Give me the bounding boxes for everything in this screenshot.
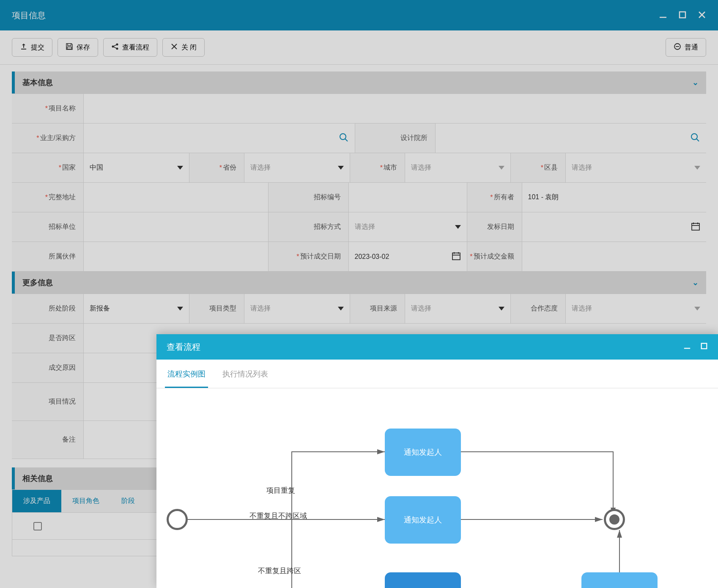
- placeholder-district: 请选择: [572, 163, 592, 172]
- checkbox-all[interactable]: [12, 522, 63, 530]
- status-button[interactable]: 普通: [666, 38, 706, 57]
- node-notify-3[interactable]: 通知发起人: [581, 572, 658, 588]
- svg-point-15: [691, 134, 697, 140]
- chevron-down-icon: ⌄: [692, 278, 699, 287]
- value-phase: 新报备: [90, 304, 110, 313]
- caret-down-icon: [177, 166, 183, 170]
- placeholder-bid-method: 请选择: [355, 223, 375, 231]
- edge-label-duplicate: 项目重复: [266, 486, 295, 495]
- field-bid-method[interactable]: 请选择: [349, 212, 467, 242]
- caret-down-icon: [499, 166, 504, 170]
- label-partner: 所属伙伴: [12, 242, 84, 271]
- svg-point-4: [112, 46, 114, 48]
- field-owner-purchaser[interactable]: [84, 124, 355, 153]
- svg-point-13: [340, 134, 346, 140]
- calendar-icon: [691, 222, 700, 233]
- label-province: 省份: [189, 153, 244, 182]
- label-coop-attitude: 合作态度: [511, 294, 566, 323]
- caret-down-icon: [338, 307, 344, 310]
- field-proj-source[interactable]: 请选择: [405, 294, 511, 323]
- section-more-title: 更多信息: [22, 278, 53, 288]
- svg-line-7: [114, 45, 116, 46]
- field-city[interactable]: 请选择: [405, 153, 511, 182]
- field-expected-date[interactable]: 2023-03-02: [349, 242, 467, 271]
- label-deal-reason: 成交原因: [12, 353, 84, 382]
- label-proj-type: 项目类型: [189, 294, 244, 323]
- field-project-name[interactable]: [84, 94, 706, 123]
- field-province[interactable]: 请选择: [244, 153, 350, 182]
- svg-line-8: [114, 47, 116, 48]
- node-notify-1[interactable]: 通知发起人: [385, 429, 461, 476]
- search-icon[interactable]: [690, 132, 700, 144]
- section-basic-title: 基本信息: [22, 77, 53, 88]
- field-full-address[interactable]: [84, 183, 269, 212]
- caret-down-icon: [338, 166, 344, 170]
- tab-stage[interactable]: 阶段: [110, 490, 146, 512]
- tab-flow-diagram[interactable]: 流程实例图: [165, 360, 208, 388]
- label-proj-source: 项目来源: [350, 294, 405, 323]
- end-node: [604, 509, 625, 530]
- label-expected-amount: 预计成交金额: [467, 242, 522, 271]
- x-icon: [170, 43, 178, 52]
- field-partner[interactable]: [84, 242, 269, 271]
- field-coop-attitude[interactable]: 请选择: [566, 294, 706, 323]
- svg-rect-26: [702, 343, 707, 349]
- field-proj-type[interactable]: 请选择: [244, 294, 350, 323]
- svg-line-16: [696, 139, 699, 141]
- edge-label-no-dup-no-cross: 不重复且不跨区域: [249, 511, 307, 521]
- label-owner-purchaser: 业主/采购方: [12, 124, 84, 153]
- value-country: 中国: [90, 163, 103, 172]
- section-more-info[interactable]: 更多信息 ⌄: [12, 272, 706, 294]
- window-titlebar: 项目信息: [0, 0, 718, 30]
- caret-down-icon: [694, 307, 700, 310]
- diagram-edges: [156, 388, 718, 588]
- tab-exec-list[interactable]: 执行情况列表: [220, 360, 271, 388]
- save-icon: [66, 43, 73, 52]
- view-flow-button[interactable]: 查看流程: [103, 38, 157, 57]
- maximize-icon[interactable]: [678, 11, 687, 20]
- tab-roles[interactable]: 项目角色: [61, 490, 110, 512]
- field-bid-no[interactable]: [349, 183, 467, 212]
- upload-icon: [20, 43, 27, 52]
- submit-label: 提交: [31, 43, 44, 52]
- placeholder-coop: 请选择: [572, 304, 592, 313]
- modal-title: 查看流程: [167, 341, 200, 353]
- edge-label-no-dup-cross: 不重复且跨区: [258, 566, 301, 576]
- section-basic-info[interactable]: 基本信息 ⌄: [12, 71, 706, 93]
- field-owner[interactable]: 101 - 袁朗: [522, 183, 707, 212]
- label-project-name: 项目名称: [12, 94, 84, 123]
- status-label: 普通: [685, 43, 698, 52]
- value-expected-date: 2023-03-02: [355, 253, 389, 261]
- label-bid-no: 招标编号: [269, 183, 349, 212]
- node-admin[interactable]: 项目管理员: [385, 572, 461, 588]
- field-issue-date[interactable]: [522, 212, 707, 242]
- svg-rect-1: [680, 12, 685, 18]
- field-district[interactable]: 请选择: [566, 153, 706, 182]
- label-full-address: 完整地址: [12, 183, 84, 212]
- maximize-icon[interactable]: [700, 342, 708, 352]
- node-notify-2[interactable]: 通知发起人: [385, 496, 461, 544]
- window-title: 项目信息: [12, 10, 46, 21]
- minimize-icon[interactable]: [659, 11, 667, 20]
- field-design-inst[interactable]: [436, 124, 707, 153]
- field-country[interactable]: 中国: [84, 153, 189, 182]
- field-bid-unit[interactable]: [84, 212, 269, 242]
- field-expected-amount[interactable]: [522, 242, 707, 271]
- tab-products[interactable]: 涉及产品: [12, 490, 61, 512]
- close-icon[interactable]: [698, 11, 706, 20]
- placeholder-province: 请选择: [250, 163, 271, 172]
- label-phase: 所处阶段: [12, 294, 84, 323]
- caret-down-icon: [455, 225, 461, 229]
- placeholder-proj-type: 请选择: [250, 304, 271, 313]
- placeholder-city: 请选择: [411, 163, 431, 172]
- search-icon[interactable]: [339, 132, 349, 144]
- placeholder-proj-source: 请选择: [411, 304, 431, 313]
- field-phase[interactable]: 新报备: [84, 294, 189, 323]
- label-country: 国家: [12, 153, 84, 182]
- save-button[interactable]: 保存: [58, 38, 98, 57]
- submit-button[interactable]: 提交: [12, 38, 52, 57]
- modal-tabs: 流程实例图 执行情况列表: [156, 360, 718, 388]
- close-button[interactable]: 关 闭: [162, 38, 205, 57]
- minimize-icon[interactable]: [683, 342, 691, 352]
- section-related-title: 相关信息: [22, 473, 53, 484]
